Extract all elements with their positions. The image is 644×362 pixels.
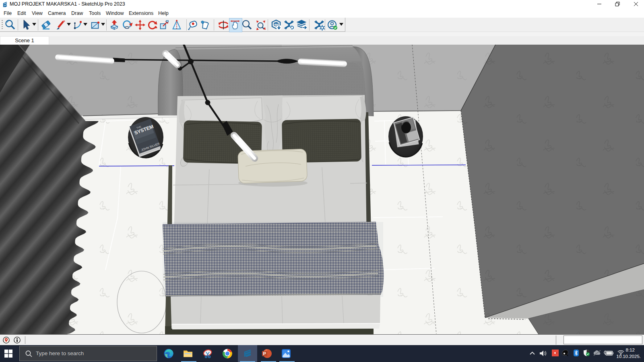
svg-text:P: P — [263, 351, 266, 356]
